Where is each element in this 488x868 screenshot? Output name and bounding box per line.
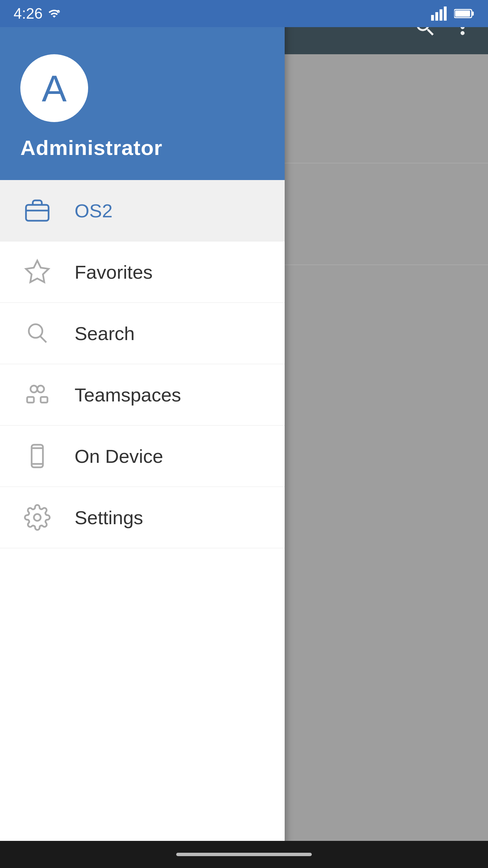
svg-text:?: ? bbox=[58, 11, 59, 14]
svg-rect-16 bbox=[27, 397, 34, 403]
svg-rect-5 bbox=[444, 6, 447, 21]
svg-rect-9 bbox=[26, 205, 49, 221]
sidebar-item-settings[interactable]: Settings bbox=[0, 487, 285, 548]
signal-icon bbox=[430, 5, 447, 22]
teamspaces-icon bbox=[20, 381, 54, 408]
sidebar-item-label-settings: Settings bbox=[75, 507, 143, 529]
bg-divider-1 bbox=[285, 163, 488, 163]
svg-rect-7 bbox=[472, 12, 474, 16]
svg-rect-3 bbox=[435, 12, 438, 21]
svg-point-21 bbox=[34, 514, 41, 521]
avatar: A bbox=[20, 54, 88, 122]
wifi-question-icon: ? bbox=[48, 7, 60, 20]
sidebar-item-label-os2: OS2 bbox=[75, 200, 113, 222]
search-icon bbox=[20, 320, 54, 347]
svg-rect-17 bbox=[41, 397, 47, 403]
drawer: A Administrator OS2 Favorites bbox=[0, 0, 285, 868]
bottom-bar bbox=[0, 841, 488, 868]
svg-point-12 bbox=[29, 324, 42, 338]
sidebar-item-label-search: Search bbox=[75, 322, 135, 344]
briefcase-icon bbox=[20, 197, 54, 224]
avatar-letter: A bbox=[42, 67, 66, 110]
sidebar-item-label-teamspaces: Teamspaces bbox=[75, 384, 181, 406]
sidebar-item-os2[interactable]: OS2 bbox=[0, 180, 285, 241]
sidebar-item-label-favorites: Favorites bbox=[75, 261, 152, 283]
nav-list: OS2 Favorites Search bbox=[0, 180, 285, 868]
status-icons bbox=[430, 5, 474, 22]
sidebar-item-favorites[interactable]: Favorites bbox=[0, 241, 285, 303]
battery-icon bbox=[454, 7, 474, 20]
bg-divider-2 bbox=[285, 264, 488, 265]
sidebar-item-search[interactable]: Search bbox=[0, 303, 285, 364]
settings-icon bbox=[20, 504, 54, 531]
status-time: 4:26 ? bbox=[14, 5, 60, 22]
time-display: 4:26 bbox=[14, 5, 43, 22]
username: Administrator bbox=[20, 136, 264, 160]
svg-rect-2 bbox=[431, 15, 434, 21]
drawer-header: A Administrator bbox=[0, 27, 285, 180]
svg-point-15 bbox=[37, 386, 44, 392]
svg-point-14 bbox=[30, 386, 37, 392]
star-icon bbox=[20, 258, 54, 285]
svg-marker-11 bbox=[26, 261, 49, 282]
phone-icon bbox=[20, 442, 54, 470]
svg-rect-4 bbox=[440, 9, 442, 21]
svg-rect-8 bbox=[455, 11, 470, 17]
status-bar: 4:26 ? bbox=[0, 0, 488, 27]
svg-line-13 bbox=[40, 336, 46, 342]
sidebar-item-teamspaces[interactable]: Teamspaces bbox=[0, 364, 285, 426]
sidebar-item-on-device[interactable]: On Device bbox=[0, 426, 285, 487]
sidebar-item-label-on-device: On Device bbox=[75, 445, 163, 467]
home-indicator[interactable] bbox=[176, 853, 312, 856]
